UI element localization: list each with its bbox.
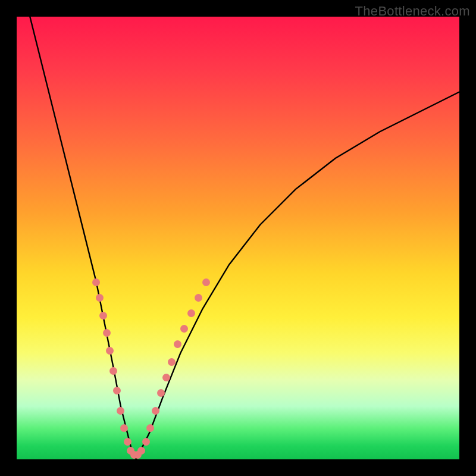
highlight-dot xyxy=(103,329,111,337)
highlight-dot xyxy=(117,407,124,415)
highlight-dot xyxy=(195,294,202,302)
highlight-dot xyxy=(99,312,107,320)
highlight-dot xyxy=(187,309,195,317)
highlight-dot xyxy=(146,424,154,432)
highlight-dot xyxy=(124,438,131,446)
highlight-dots xyxy=(17,17,459,459)
highlight-dot xyxy=(168,358,176,366)
highlight-dot xyxy=(120,424,128,432)
highlight-dot xyxy=(109,367,117,375)
highlight-dot xyxy=(113,387,121,394)
watermark-text: TheBottleneck.com xyxy=(355,4,470,19)
plot-area xyxy=(17,17,459,459)
highlight-dot xyxy=(152,407,159,415)
highlight-dot xyxy=(174,340,181,348)
highlight-dot xyxy=(106,347,114,355)
highlight-dot xyxy=(92,278,100,286)
highlight-dot xyxy=(162,374,170,381)
highlight-dot xyxy=(157,389,165,397)
highlight-dot xyxy=(180,325,188,333)
highlight-dot xyxy=(202,278,210,286)
highlight-dot xyxy=(137,447,145,455)
highlight-dot xyxy=(142,438,150,446)
highlight-dot xyxy=(96,294,104,302)
chart-frame: TheBottleneck.com xyxy=(0,0,476,476)
